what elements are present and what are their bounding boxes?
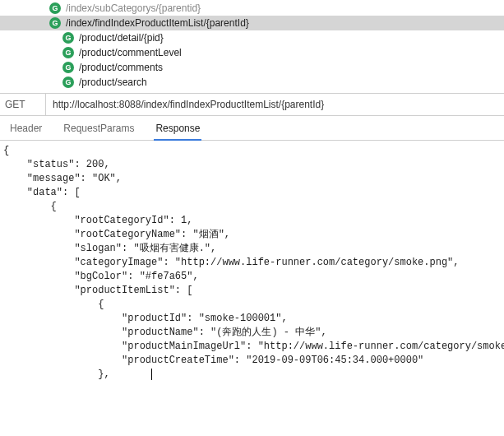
tab-response[interactable]: Response xyxy=(154,118,201,141)
endpoint-row[interactable]: G/index/findIndexProductItemList/{parent… xyxy=(0,16,504,30)
get-method-icon: G xyxy=(62,62,74,73)
get-method-icon: G xyxy=(49,17,61,29)
endpoint-row[interactable]: G/product/detail/{pid} xyxy=(0,30,504,45)
tab-header[interactable]: Header xyxy=(8,118,44,141)
endpoint-row[interactable]: G/product/commentLevel xyxy=(0,45,504,60)
url-input[interactable] xyxy=(46,94,504,115)
endpoint-label: /index/subCategorys/{parentid} xyxy=(66,1,201,16)
text-caret xyxy=(151,369,152,380)
endpoint-label: /product/commentLevel xyxy=(79,45,182,60)
response-tabs: HeaderRequestParamsResponse xyxy=(0,116,504,141)
endpoint-label: /product/search xyxy=(79,75,147,90)
request-bar: GET Send xyxy=(0,93,504,116)
tab-requestparams[interactable]: RequestParams xyxy=(62,118,136,141)
get-method-icon: G xyxy=(62,47,74,58)
endpoint-label: /product/comments xyxy=(79,60,163,75)
endpoint-row[interactable]: G/product/search xyxy=(0,75,504,90)
endpoint-row[interactable]: G/product/comments xyxy=(0,60,504,75)
get-method-icon: G xyxy=(62,32,74,44)
get-method-icon: G xyxy=(49,2,61,14)
get-method-icon: G xyxy=(62,77,74,88)
endpoint-label: /index/findIndexProductItemList/{parentI… xyxy=(66,16,249,30)
endpoint-label: /product/detail/{pid} xyxy=(79,30,164,45)
endpoint-row[interactable]: G/index/subCategorys/{parentid} xyxy=(0,1,504,16)
endpoints-tree: G/index/subCategorys/{parentid}G/index/f… xyxy=(0,0,504,93)
response-body[interactable]: { "status": 200, "message": "OK", "data"… xyxy=(0,141,504,436)
http-method-select[interactable]: GET xyxy=(0,94,46,115)
